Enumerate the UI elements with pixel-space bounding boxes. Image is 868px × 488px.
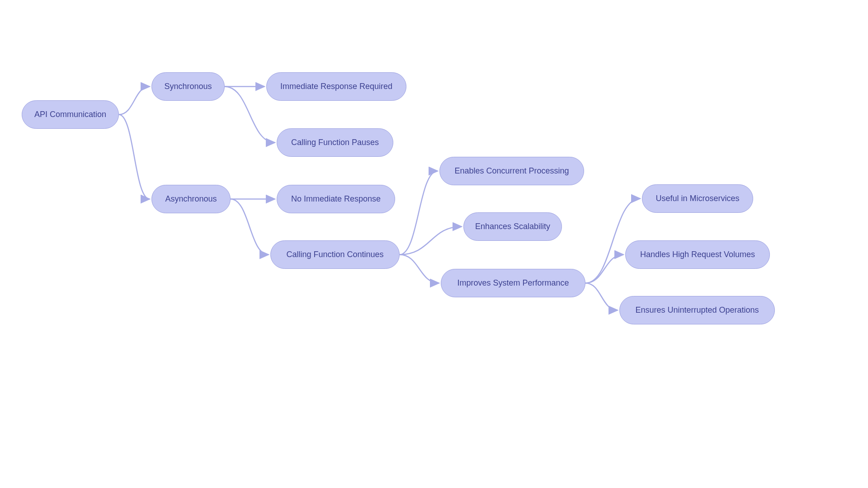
- node-volumes: Handles High Request Volumes: [625, 240, 770, 269]
- node-continues: Calling Function Continues: [270, 240, 400, 269]
- edge-continues-to-performance: [400, 255, 439, 283]
- node-imm_resp: Immediate Response Required: [266, 72, 406, 101]
- node-no_imm: No Immediate Response: [277, 185, 395, 213]
- edge-performance-to-microservices: [585, 199, 640, 283]
- edge-api-to-async: [119, 115, 150, 199]
- node-performance: Improves System Performance: [441, 269, 585, 297]
- edge-api-to-sync: [119, 87, 150, 115]
- node-microservices: Useful in Microservices: [642, 184, 753, 213]
- edge-continues-to-scalability: [400, 227, 462, 255]
- edge-async-to-continues: [231, 199, 269, 255]
- node-api: API Communication: [22, 100, 119, 129]
- edge-sync-to-pauses: [225, 87, 275, 143]
- edge-performance-to-volumes: [585, 255, 623, 283]
- edge-continues-to-concurrent: [400, 171, 438, 255]
- node-async: Asynchronous: [151, 185, 231, 213]
- node-sync: Synchronous: [151, 72, 225, 101]
- node-concurrent: Enables Concurrent Processing: [439, 157, 584, 185]
- node-pauses: Calling Function Pauses: [277, 128, 393, 157]
- edge-performance-to-uninterrupted: [585, 283, 618, 310]
- node-scalability: Enhances Scalability: [463, 212, 562, 241]
- node-uninterrupted: Ensures Uninterrupted Operations: [619, 296, 775, 324]
